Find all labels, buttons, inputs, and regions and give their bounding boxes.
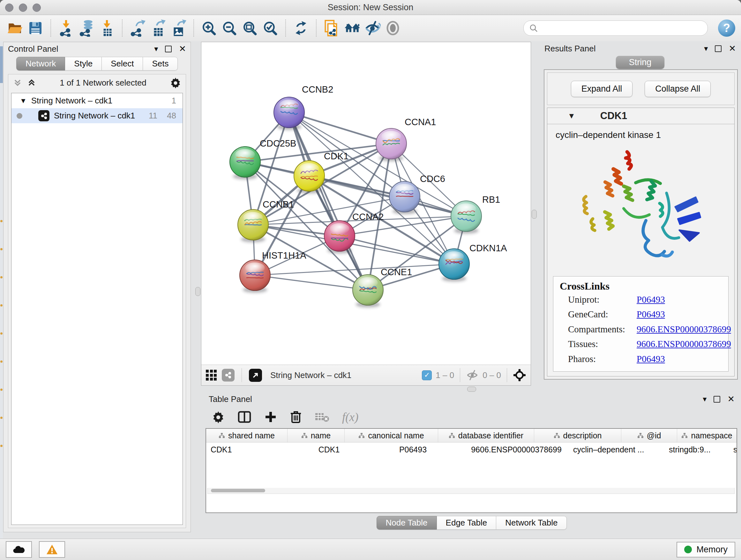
open-in-new-icon[interactable] [249,369,262,382]
network-node-CCNB1[interactable] [238,209,268,242]
help-button[interactable]: ? [718,19,735,37]
save-session-button[interactable] [26,18,45,38]
search-input[interactable] [523,20,708,36]
tab-edge-table[interactable]: Edge Table [437,516,496,530]
zoom-selected-button[interactable] [261,18,280,38]
export-table-button[interactable] [149,18,167,38]
titlebar: Session: New Session [0,0,741,15]
close-window-button[interactable] [5,3,13,12]
panel-menu-icon[interactable]: ▾ [704,44,708,53]
zoom-window-button[interactable] [32,3,41,12]
protein-entry-header[interactable]: ▼ CDK1 [547,108,734,124]
network-node-CCNA1[interactable] [376,128,407,161]
hide-selection-button[interactable] [363,18,382,38]
network-node-CDKN1A[interactable] [439,249,469,282]
network-node-HIST1H1A[interactable] [240,260,270,293]
zoom-in-button[interactable] [200,18,218,38]
tab-node-table[interactable]: Node Table [377,516,437,530]
cloud-button[interactable] [6,541,32,558]
column-header--id[interactable]: @id [621,429,677,442]
crosslink-link[interactable]: P06493 [636,307,727,321]
delete-column-trash-icon[interactable] [290,410,302,424]
collapse-all-icon[interactable] [27,78,37,87]
network-canvas[interactable]: CCNB2CCNA1CDC25BCDK1CDC6RB1CCNB1CCNA2CDK… [201,42,530,364]
table-settings-gear-icon[interactable] [212,411,225,423]
left-splitter-handle[interactable] [195,287,200,296]
network-row[interactable]: String Network – cdk1 11 48 [11,108,183,123]
search-icon [529,23,538,33]
warnings-button[interactable] [39,541,65,558]
expand-all-button[interactable]: Expand All [571,81,633,97]
crosslink-link[interactable]: P06493 [636,292,727,307]
panel-float-icon[interactable] [165,46,172,52]
table-row[interactable]: CDK1CDK1P064939606.ENSP00000378699cyclin… [206,442,737,456]
zoom-fit-button[interactable] [241,18,259,38]
tab-network[interactable]: Network [16,57,65,71]
tab-select[interactable]: Select [102,57,143,71]
panel-close-icon[interactable]: ✕ [729,44,736,54]
panel-float-icon[interactable] [714,396,720,402]
column-header-description[interactable]: description [534,429,621,442]
tab-network-table[interactable]: Network Table [496,516,567,530]
panel-menu-icon[interactable]: ▾ [154,44,158,53]
tab-string[interactable]: String [616,56,664,69]
refresh-button[interactable] [292,18,310,38]
network-node-RB1[interactable] [451,201,482,234]
import-network-button[interactable] [57,18,75,38]
panel-close-icon[interactable]: ✕ [727,394,735,404]
panel-float-icon[interactable] [715,45,722,52]
tab-style[interactable]: Style [65,57,102,71]
column-header-shared-name[interactable]: shared name [206,429,287,442]
network-edge-CCNB2-CCNE1[interactable] [289,112,368,290]
collapse-all-button[interactable]: Collapse All [645,81,711,97]
table-horizontal-scrollbar[interactable] [207,488,735,494]
panel-menu-icon[interactable]: ▾ [703,395,706,403]
memory-button[interactable]: Memory [677,542,735,557]
show-columns-icon[interactable] [238,411,252,423]
export-image-button[interactable] [169,18,188,38]
crosslink-link[interactable]: 9606.ENSP00000378699 [636,336,731,351]
crosslink-link[interactable]: P06493 [636,352,727,366]
left-strip-dot [0,417,3,419]
birds-eye-grid-icon[interactable] [206,370,217,381]
gear-icon[interactable] [170,77,181,88]
string-network-icon[interactable] [222,369,234,381]
column-header-canonical-name[interactable]: canonical name [345,429,438,442]
network-node-CDC25B[interactable] [230,146,260,179]
add-column-plus-icon[interactable] [264,411,277,423]
first-neighbors-button[interactable] [343,18,361,38]
crosslink-link[interactable]: 9606.ENSP00000378699 [636,322,731,336]
scrollbar-thumb[interactable] [211,489,265,492]
selected-checkbox-icon[interactable]: ✓ [422,370,432,380]
import-table-button[interactable] [98,18,116,38]
collection-count: 1 [172,96,176,106]
table-cell: cyclin–dependent ... [569,442,664,456]
right-splitter-handle[interactable] [532,210,537,219]
panel-close-icon[interactable]: ✕ [179,44,186,54]
search-container [523,20,708,36]
network-collection-row[interactable]: ▼ String Network – cdk1 1 [11,93,183,108]
import-network-from-database-button[interactable] [77,18,96,38]
tab-sets[interactable]: Sets [143,57,178,71]
show-all-button[interactable] [384,18,402,38]
zoom-out-button[interactable] [220,18,239,38]
open-session-button[interactable] [6,18,24,38]
zoom-selected-icon [262,20,278,36]
network-edge-HIST1H1A-CCNE1[interactable] [255,275,368,290]
horizontal-splitter-handle[interactable] [467,387,476,392]
network-node-CCNE1[interactable] [353,274,383,307]
expand-all-icon[interactable] [13,78,22,87]
control-panel: Control Panel ▾ ✕ Network Style Select S… [3,42,191,532]
column-header-namespace[interactable]: namespace [677,429,737,442]
entry-expander-icon[interactable]: ▼ [568,111,576,120]
crosslink-row: Tissues:9606.ENSP00000378699 [560,336,727,351]
network-edge-CCNB2-CCNA1[interactable] [289,112,391,144]
column-header-name[interactable]: name [287,429,345,442]
crosshair-icon[interactable] [513,368,526,382]
minimize-window-button[interactable] [19,3,27,12]
column-header-database-identifier[interactable]: database identifier [438,429,534,442]
export-network-button[interactable] [128,18,147,38]
zoom-in-icon [201,20,217,36]
network-from-selection-button[interactable] [322,18,341,38]
tree-expander-icon[interactable]: ▼ [20,97,27,105]
